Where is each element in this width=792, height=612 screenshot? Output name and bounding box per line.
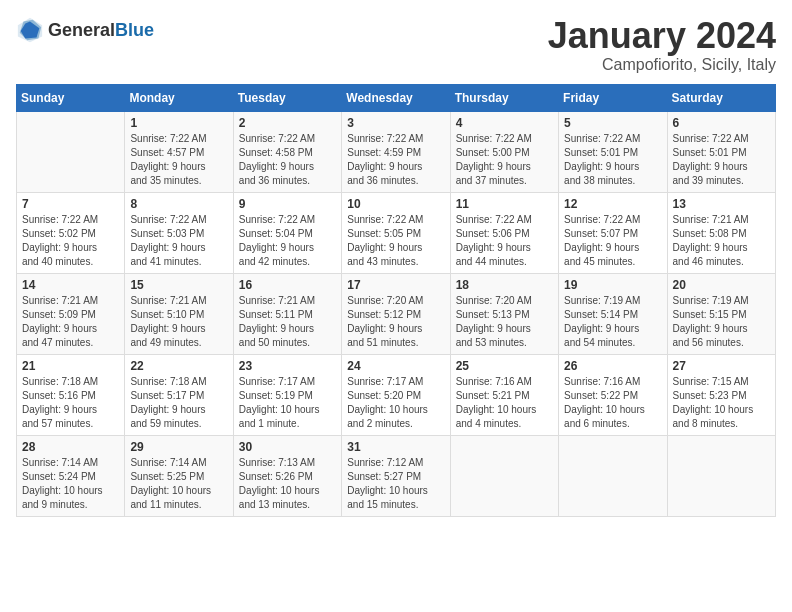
logo-general: General xyxy=(48,20,115,40)
cell-sun-info: Sunrise: 7:22 AM Sunset: 5:01 PM Dayligh… xyxy=(564,132,661,188)
cell-sun-info: Sunrise: 7:19 AM Sunset: 5:14 PM Dayligh… xyxy=(564,294,661,350)
page-header: GeneralBlue January 2024 Campofiorito, S… xyxy=(16,16,776,74)
cell-sun-info: Sunrise: 7:14 AM Sunset: 5:25 PM Dayligh… xyxy=(130,456,227,512)
day-number: 5 xyxy=(564,116,661,130)
day-number: 1 xyxy=(130,116,227,130)
calendar-cell: 3Sunrise: 7:22 AM Sunset: 4:59 PM Daylig… xyxy=(342,111,450,192)
day-number: 14 xyxy=(22,278,119,292)
location-subtitle: Campofiorito, Sicily, Italy xyxy=(548,56,776,74)
day-number: 31 xyxy=(347,440,444,454)
day-number: 26 xyxy=(564,359,661,373)
calendar-cell: 13Sunrise: 7:21 AM Sunset: 5:08 PM Dayli… xyxy=(667,192,775,273)
calendar-cell: 15Sunrise: 7:21 AM Sunset: 5:10 PM Dayli… xyxy=(125,273,233,354)
week-row-4: 21Sunrise: 7:18 AM Sunset: 5:16 PM Dayli… xyxy=(17,354,776,435)
day-number: 15 xyxy=(130,278,227,292)
day-number: 22 xyxy=(130,359,227,373)
day-number: 25 xyxy=(456,359,553,373)
calendar-cell: 2Sunrise: 7:22 AM Sunset: 4:58 PM Daylig… xyxy=(233,111,341,192)
day-header-friday: Friday xyxy=(559,84,667,111)
cell-sun-info: Sunrise: 7:22 AM Sunset: 5:06 PM Dayligh… xyxy=(456,213,553,269)
day-number: 20 xyxy=(673,278,770,292)
calendar-cell: 4Sunrise: 7:22 AM Sunset: 5:00 PM Daylig… xyxy=(450,111,558,192)
cell-sun-info: Sunrise: 7:22 AM Sunset: 5:01 PM Dayligh… xyxy=(673,132,770,188)
calendar-cell: 30Sunrise: 7:13 AM Sunset: 5:26 PM Dayli… xyxy=(233,435,341,516)
calendar-cell: 9Sunrise: 7:22 AM Sunset: 5:04 PM Daylig… xyxy=(233,192,341,273)
day-header-monday: Monday xyxy=(125,84,233,111)
calendar-table: SundayMondayTuesdayWednesdayThursdayFrid… xyxy=(16,84,776,517)
calendar-cell: 6Sunrise: 7:22 AM Sunset: 5:01 PM Daylig… xyxy=(667,111,775,192)
day-number: 28 xyxy=(22,440,119,454)
cell-sun-info: Sunrise: 7:17 AM Sunset: 5:19 PM Dayligh… xyxy=(239,375,336,431)
day-header-sunday: Sunday xyxy=(17,84,125,111)
cell-sun-info: Sunrise: 7:22 AM Sunset: 5:03 PM Dayligh… xyxy=(130,213,227,269)
day-number: 16 xyxy=(239,278,336,292)
calendar-cell: 18Sunrise: 7:20 AM Sunset: 5:13 PM Dayli… xyxy=(450,273,558,354)
day-number: 3 xyxy=(347,116,444,130)
days-header-row: SundayMondayTuesdayWednesdayThursdayFrid… xyxy=(17,84,776,111)
logo-blue: Blue xyxy=(115,20,154,40)
cell-sun-info: Sunrise: 7:20 AM Sunset: 5:13 PM Dayligh… xyxy=(456,294,553,350)
cell-sun-info: Sunrise: 7:16 AM Sunset: 5:22 PM Dayligh… xyxy=(564,375,661,431)
calendar-cell: 24Sunrise: 7:17 AM Sunset: 5:20 PM Dayli… xyxy=(342,354,450,435)
day-header-tuesday: Tuesday xyxy=(233,84,341,111)
cell-sun-info: Sunrise: 7:22 AM Sunset: 5:07 PM Dayligh… xyxy=(564,213,661,269)
day-number: 13 xyxy=(673,197,770,211)
logo: GeneralBlue xyxy=(16,16,154,44)
day-number: 11 xyxy=(456,197,553,211)
cell-sun-info: Sunrise: 7:22 AM Sunset: 4:59 PM Dayligh… xyxy=(347,132,444,188)
day-number: 21 xyxy=(22,359,119,373)
day-number: 17 xyxy=(347,278,444,292)
calendar-cell: 8Sunrise: 7:22 AM Sunset: 5:03 PM Daylig… xyxy=(125,192,233,273)
day-number: 9 xyxy=(239,197,336,211)
cell-sun-info: Sunrise: 7:17 AM Sunset: 5:20 PM Dayligh… xyxy=(347,375,444,431)
cell-sun-info: Sunrise: 7:16 AM Sunset: 5:21 PM Dayligh… xyxy=(456,375,553,431)
day-number: 23 xyxy=(239,359,336,373)
cell-sun-info: Sunrise: 7:13 AM Sunset: 5:26 PM Dayligh… xyxy=(239,456,336,512)
cell-sun-info: Sunrise: 7:22 AM Sunset: 5:02 PM Dayligh… xyxy=(22,213,119,269)
cell-sun-info: Sunrise: 7:18 AM Sunset: 5:17 PM Dayligh… xyxy=(130,375,227,431)
cell-sun-info: Sunrise: 7:15 AM Sunset: 5:23 PM Dayligh… xyxy=(673,375,770,431)
day-number: 19 xyxy=(564,278,661,292)
calendar-cell: 25Sunrise: 7:16 AM Sunset: 5:21 PM Dayli… xyxy=(450,354,558,435)
calendar-cell: 23Sunrise: 7:17 AM Sunset: 5:19 PM Dayli… xyxy=(233,354,341,435)
day-number: 18 xyxy=(456,278,553,292)
calendar-cell: 19Sunrise: 7:19 AM Sunset: 5:14 PM Dayli… xyxy=(559,273,667,354)
day-header-thursday: Thursday xyxy=(450,84,558,111)
calendar-cell: 16Sunrise: 7:21 AM Sunset: 5:11 PM Dayli… xyxy=(233,273,341,354)
cell-sun-info: Sunrise: 7:22 AM Sunset: 5:00 PM Dayligh… xyxy=(456,132,553,188)
calendar-cell: 28Sunrise: 7:14 AM Sunset: 5:24 PM Dayli… xyxy=(17,435,125,516)
cell-sun-info: Sunrise: 7:21 AM Sunset: 5:09 PM Dayligh… xyxy=(22,294,119,350)
calendar-cell: 20Sunrise: 7:19 AM Sunset: 5:15 PM Dayli… xyxy=(667,273,775,354)
calendar-cell: 22Sunrise: 7:18 AM Sunset: 5:17 PM Dayli… xyxy=(125,354,233,435)
day-number: 27 xyxy=(673,359,770,373)
day-number: 7 xyxy=(22,197,119,211)
day-header-saturday: Saturday xyxy=(667,84,775,111)
calendar-cell: 10Sunrise: 7:22 AM Sunset: 5:05 PM Dayli… xyxy=(342,192,450,273)
day-number: 10 xyxy=(347,197,444,211)
generalblue-logo-icon xyxy=(16,16,44,44)
cell-sun-info: Sunrise: 7:22 AM Sunset: 5:04 PM Dayligh… xyxy=(239,213,336,269)
calendar-cell xyxy=(17,111,125,192)
logo-text: GeneralBlue xyxy=(48,20,154,41)
calendar-cell: 21Sunrise: 7:18 AM Sunset: 5:16 PM Dayli… xyxy=(17,354,125,435)
calendar-cell: 5Sunrise: 7:22 AM Sunset: 5:01 PM Daylig… xyxy=(559,111,667,192)
calendar-cell xyxy=(667,435,775,516)
cell-sun-info: Sunrise: 7:12 AM Sunset: 5:27 PM Dayligh… xyxy=(347,456,444,512)
cell-sun-info: Sunrise: 7:22 AM Sunset: 4:58 PM Dayligh… xyxy=(239,132,336,188)
week-row-3: 14Sunrise: 7:21 AM Sunset: 5:09 PM Dayli… xyxy=(17,273,776,354)
cell-sun-info: Sunrise: 7:19 AM Sunset: 5:15 PM Dayligh… xyxy=(673,294,770,350)
calendar-cell: 12Sunrise: 7:22 AM Sunset: 5:07 PM Dayli… xyxy=(559,192,667,273)
calendar-cell: 11Sunrise: 7:22 AM Sunset: 5:06 PM Dayli… xyxy=(450,192,558,273)
cell-sun-info: Sunrise: 7:22 AM Sunset: 5:05 PM Dayligh… xyxy=(347,213,444,269)
calendar-cell: 17Sunrise: 7:20 AM Sunset: 5:12 PM Dayli… xyxy=(342,273,450,354)
week-row-5: 28Sunrise: 7:14 AM Sunset: 5:24 PM Dayli… xyxy=(17,435,776,516)
day-number: 12 xyxy=(564,197,661,211)
cell-sun-info: Sunrise: 7:14 AM Sunset: 5:24 PM Dayligh… xyxy=(22,456,119,512)
calendar-cell xyxy=(450,435,558,516)
calendar-cell: 27Sunrise: 7:15 AM Sunset: 5:23 PM Dayli… xyxy=(667,354,775,435)
day-number: 24 xyxy=(347,359,444,373)
cell-sun-info: Sunrise: 7:21 AM Sunset: 5:11 PM Dayligh… xyxy=(239,294,336,350)
calendar-cell: 31Sunrise: 7:12 AM Sunset: 5:27 PM Dayli… xyxy=(342,435,450,516)
calendar-cell xyxy=(559,435,667,516)
week-row-2: 7Sunrise: 7:22 AM Sunset: 5:02 PM Daylig… xyxy=(17,192,776,273)
